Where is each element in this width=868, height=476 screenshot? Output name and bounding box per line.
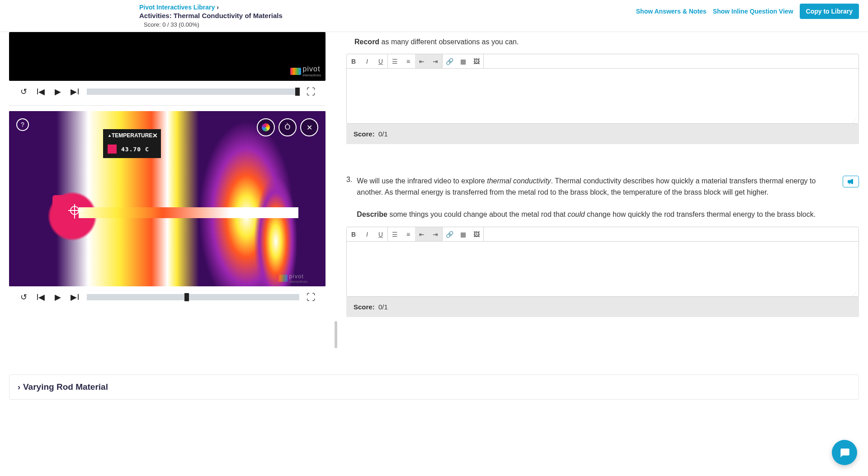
q2-score-bar: Score: 0/1 [346,124,859,144]
score-value: 0/1 [378,130,388,138]
scrollbar-track[interactable] [335,32,337,362]
q2-bold: Record [354,38,379,46]
close-tool-button[interactable]: ✕ [300,118,318,136]
play-button[interactable]: ▶ [52,86,63,97]
ol-button[interactable]: ☰ [388,227,401,241]
image-button[interactable]: 🖼 [470,54,483,68]
score-value: 0 / 33 (0.00%) [162,21,199,28]
slider-thumb-2[interactable] [184,293,189,301]
temp-panel-header: ▲ TEMPERATURE ✕ [103,129,161,142]
q3-text: We will use the infrared video to explor… [357,176,838,220]
q3-textarea[interactable] [347,242,859,291]
prev-frame-button[interactable]: I◀ [35,292,46,303]
q2-editor: B I U ☰ ≡ ⇤ ⇥ 🔗 ▦ 🖼 [346,54,859,124]
temp-value: 43.70 C [121,146,149,153]
q3-t3b: change how quickly the rod transfers the… [585,210,816,218]
header-right: Show Answers & Notes Show Inline Questio… [636,4,859,19]
question-2: Record as many different observations as… [346,37,859,144]
scrollbar-thumb[interactable] [335,321,337,348]
video-slider-2[interactable] [87,294,299,300]
video-controls-1: ↺ I◀ ▶ ▶I ⛶ [9,81,326,103]
divider [9,105,326,106]
feedback-button[interactable] [843,176,859,187]
color-wheel-icon [262,123,270,131]
show-answers-link[interactable]: Show Answers & Notes [636,8,707,15]
temperature-panel[interactable]: ▲ TEMPERATURE ✕ 43.70 C [103,129,161,158]
pivot-logo-2: pivot interactives [277,273,307,284]
close-icon[interactable]: ✕ [152,132,158,139]
underline-button[interactable]: U [374,227,387,241]
italic-button[interactable]: I [360,54,374,68]
q3-ital: thermal conductivity [487,177,551,185]
accordion-varying-rod[interactable]: › Varying Rod Material [9,374,859,400]
logo-icon [290,68,301,75]
bold-button[interactable]: B [347,227,360,241]
resize-handle[interactable]: ⋰ [347,291,859,296]
chevron-right-icon: › [18,383,20,392]
outdent-button[interactable]: ⇤ [415,227,429,241]
italic-button[interactable]: I [360,227,374,241]
restart-button[interactable]: ↺ [18,292,29,303]
fullscreen-button[interactable]: ⛶ [306,292,316,303]
logo-brand: pivot [289,273,307,280]
outdent-button[interactable]: ⇤ [415,54,429,68]
left-column: pivot interactives ↺ I◀ ▶ ▶I ⛶ ? [9,32,326,362]
copy-to-library-button[interactable]: Copy to Library [800,4,859,19]
pivot-logo: pivot interactives [290,65,321,77]
chevron-right-icon: › [217,4,219,11]
image-button[interactable]: 🖼 [470,227,483,241]
help-button[interactable]: ? [16,118,29,131]
logo-sub: interactives [303,73,321,77]
timer-tool-button[interactable]: Ò [278,118,297,136]
temp-panel-body: 43.70 C [103,142,161,158]
breadcrumb-link[interactable]: Pivot Interactives Library [139,4,215,11]
score-header: Score: 0 / 33 (0.00%) [144,21,283,28]
q3-bold: Describe [357,210,387,218]
underline-button[interactable]: U [374,54,387,68]
color-tool-button[interactable] [257,118,275,136]
q3-t1: We will use the infrared video to explor… [357,177,487,185]
resize-handle[interactable]: ⋰ [347,118,859,123]
thermal-rod [72,207,298,218]
q3-prompt: 3. We will use the infrared video to exp… [346,176,859,220]
play-button[interactable]: ▶ [52,292,63,303]
prev-frame-button[interactable]: I◀ [35,86,46,97]
temp-panel-title: TEMPERATURE [112,132,152,139]
score-label: Score: [354,130,375,138]
ul-button[interactable]: ≡ [401,54,415,68]
table-button[interactable]: ▦ [456,54,470,68]
fullscreen-button[interactable]: ⛶ [306,86,316,97]
breadcrumb[interactable]: Pivot Interactives Library › [139,4,283,11]
page-header: Pivot Interactives Library › Activities:… [0,0,868,32]
indent-button[interactable]: ⇥ [429,227,442,241]
indent-button[interactable]: ⇥ [429,54,442,68]
q3-score-bar: Score: 0/1 [346,297,859,317]
score-label: Score: [354,303,375,311]
crosshair-icon[interactable] [70,206,79,215]
temp-color-swatch [108,145,117,154]
restart-button[interactable]: ↺ [18,86,29,97]
accordion-title: Varying Rod Material [23,382,108,392]
q2-rest: as many different observations as you ca… [379,38,519,46]
show-inline-link[interactable]: Show Inline Question View [713,8,793,15]
main-content: pivot interactives ↺ I◀ ▶ ▶I ⛶ ? [0,32,868,362]
q2-textarea[interactable] [347,69,859,118]
next-frame-button[interactable]: ▶I [70,292,80,303]
q3-ital2: could [567,210,585,218]
link-button[interactable]: 🔗 [443,54,456,68]
q3-editor: B I U ☰ ≡ ⇤ ⇥ 🔗 ▦ 🖼 [346,227,859,297]
logo-sub: interactives [289,280,307,284]
table-button[interactable]: ▦ [456,227,470,241]
collapse-icon[interactable]: ▲ [108,133,112,138]
slider-thumb-1[interactable] [295,88,300,96]
ul-button[interactable]: ≡ [401,227,415,241]
video-player-1[interactable]: pivot interactives [9,32,326,81]
link-button[interactable]: 🔗 [443,227,456,241]
next-frame-button[interactable]: ▶I [70,86,80,97]
video-player-2[interactable]: ? Ò ✕ ▲ TEMPERATURE ✕ 43.70 C [9,111,326,286]
video-slider-1[interactable] [87,89,299,95]
bold-button[interactable]: B [347,54,360,68]
ol-button[interactable]: ☰ [388,54,401,68]
video-tools: Ò ✕ [257,118,318,136]
spacer [346,153,859,176]
